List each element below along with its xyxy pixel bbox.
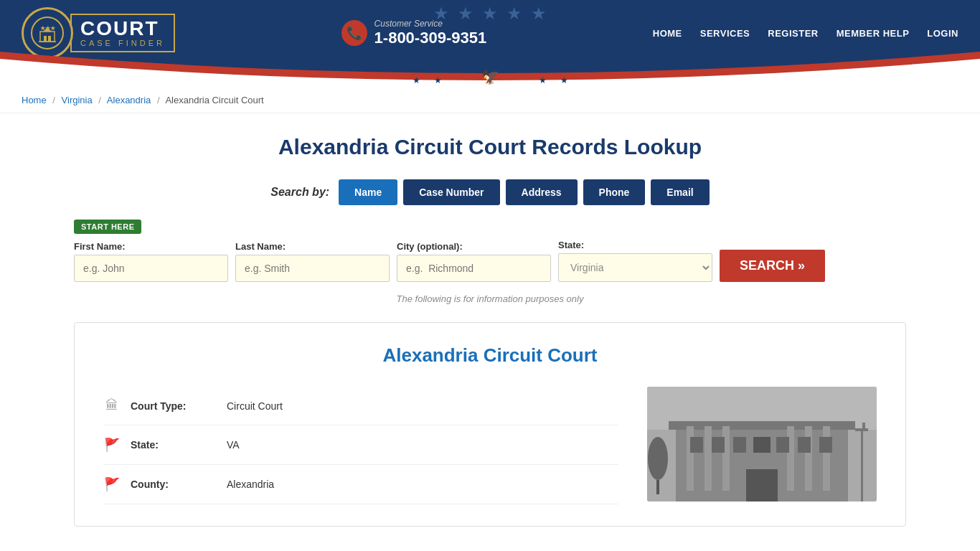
page-title: Alexandria Circuit Court Records Lookup <box>74 135 906 159</box>
search-form-row: First Name: Last Name: City (optional): … <box>74 240 906 282</box>
court-county-row: 🚩 County: Alexandria <box>103 465 618 504</box>
header-stars: ★ ★ ★ ★ ★ <box>433 4 547 24</box>
svg-rect-25 <box>753 437 771 453</box>
city-input[interactable] <box>397 255 551 282</box>
county-value: Alexandria <box>227 479 274 490</box>
first-name-group: First Name: <box>74 241 228 282</box>
breadcrumb-alexandria[interactable]: Alexandria <box>107 95 151 105</box>
search-by-label: Search by: <box>270 186 329 199</box>
first-name-label: First Name: <box>74 241 228 252</box>
main-nav: HOME SERVICES REGISTER MEMBER HELP LOGIN <box>653 28 958 39</box>
state-value: VA <box>227 439 240 451</box>
svg-rect-17 <box>705 426 712 491</box>
svg-rect-4 <box>48 36 51 42</box>
svg-rect-24 <box>733 437 746 453</box>
nav-register[interactable]: REGISTER <box>768 28 818 39</box>
svg-rect-2 <box>40 32 55 42</box>
svg-rect-29 <box>746 469 778 501</box>
svg-text:★: ★ <box>413 75 420 85</box>
main-content: Alexandria Circuit Court Records Lookup … <box>60 113 920 548</box>
first-name-input[interactable] <box>74 255 228 282</box>
last-name-label: Last Name: <box>235 241 390 252</box>
svg-point-0 <box>32 17 63 49</box>
nav-services[interactable]: SERVICES <box>700 28 750 39</box>
tab-email[interactable]: Email <box>651 179 709 205</box>
breadcrumb: Home / Virginia / Alexandria / Alexandri… <box>0 88 980 113</box>
state-select[interactable]: Virginia Alabama Alaska Arizona Arkansas… <box>558 253 712 282</box>
svg-rect-26 <box>776 437 789 453</box>
city-label: City (optional): <box>397 241 551 252</box>
svg-rect-27 <box>798 437 811 453</box>
svg-rect-21 <box>823 426 830 491</box>
county-icon: 🚩 <box>103 476 121 492</box>
svg-rect-28 <box>819 437 832 453</box>
tab-case-number[interactable]: Case Number <box>403 179 499 205</box>
logo-text: COURT CASE FINDER <box>70 14 175 52</box>
svg-rect-22 <box>690 437 703 453</box>
svg-rect-16 <box>687 426 694 491</box>
state-label-detail: State: <box>131 439 217 451</box>
tab-address[interactable]: Address <box>506 179 578 205</box>
svg-text:★: ★ <box>539 75 547 85</box>
svg-rect-34 <box>656 480 659 494</box>
state-group: State: Virginia Alabama Alaska Arizona A… <box>558 240 712 282</box>
court-building-image <box>647 387 877 501</box>
breadcrumb-current: Alexandria Circuit Court <box>165 95 263 105</box>
state-icon: 🚩 <box>103 437 121 453</box>
phone-icon: 📞 <box>341 20 367 46</box>
svg-rect-30 <box>861 430 863 501</box>
phone-number: 1-800-309-9351 <box>374 29 487 47</box>
tab-name[interactable]: Name <box>339 179 397 205</box>
svg-text:★: ★ <box>560 75 568 85</box>
court-type-icon: 🏛 <box>103 398 121 413</box>
start-here-badge: START HERE <box>74 220 141 234</box>
court-details-left: 🏛 Court Type: Circuit Court 🚩 State: VA … <box>103 387 618 504</box>
breadcrumb-home[interactable]: Home <box>22 95 47 105</box>
svg-text:★: ★ <box>434 75 442 85</box>
court-details-grid: 🏛 Court Type: Circuit Court 🚩 State: VA … <box>103 387 877 504</box>
county-label: County: <box>131 479 217 490</box>
city-group: City (optional): <box>397 241 551 282</box>
court-state-row: 🚩 State: VA <box>103 425 618 465</box>
breadcrumb-virginia[interactable]: Virginia <box>62 95 93 105</box>
svg-rect-19 <box>787 426 794 491</box>
search-by-row: Search by: Name Case Number Address Phon… <box>74 179 906 205</box>
tab-phone[interactable]: Phone <box>583 179 646 205</box>
search-button[interactable]: SEARCH » <box>720 250 825 282</box>
court-type-row: 🏛 Court Type: Circuit Court <box>103 387 618 425</box>
svg-rect-18 <box>722 426 730 491</box>
svg-rect-23 <box>712 437 725 453</box>
court-type-label: Court Type: <box>131 400 217 412</box>
swoosh-divider: 🦅 ★ ★ ★ ★ <box>0 66 980 88</box>
logo-court-text: COURT <box>80 19 165 39</box>
last-name-group: Last Name: <box>235 241 390 282</box>
logo-finder-text: CASE FINDER <box>80 39 165 47</box>
svg-rect-31 <box>855 428 868 431</box>
svg-rect-3 <box>44 36 47 42</box>
info-note: The following is for information purpose… <box>74 293 906 304</box>
svg-rect-20 <box>805 426 812 491</box>
search-form-area: START HERE First Name: Last Name: City (… <box>74 220 906 282</box>
svg-rect-32 <box>862 423 865 431</box>
court-type-value: Circuit Court <box>227 400 283 412</box>
svg-text:🦅: 🦅 <box>481 68 499 85</box>
last-name-input[interactable] <box>235 255 390 282</box>
state-label: State: <box>558 240 712 250</box>
nav-login[interactable]: LOGIN <box>927 28 958 39</box>
nav-member-help[interactable]: MEMBER HELP <box>837 28 910 39</box>
court-info-title: Alexandria Circuit Court <box>103 344 877 367</box>
nav-home[interactable]: HOME <box>653 28 682 39</box>
court-info-box: Alexandria Circuit Court 🏛 Court Type: C… <box>74 322 906 527</box>
svg-point-33 <box>648 437 668 480</box>
